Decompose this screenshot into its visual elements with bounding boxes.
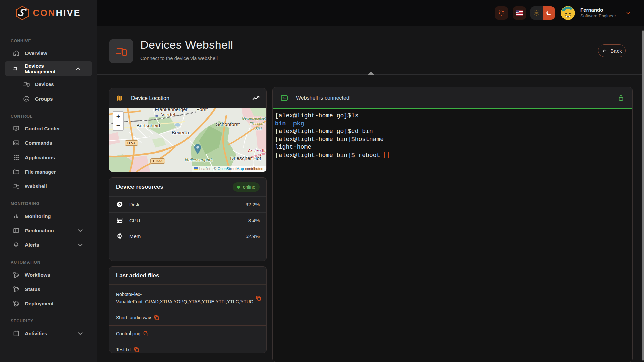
last-added-files-title: Last added files [116,272,159,279]
home-icon [13,50,20,57]
resource-value: 92.2% [245,202,260,207]
map-marker-icon[interactable] [193,144,202,156]
zoom-out-button[interactable]: − [113,121,123,130]
calendar-icon [13,330,20,337]
workflow-icon [13,300,20,307]
sidebar-item-activities[interactable]: Activities [0,326,97,341]
status-badge-label: online [243,184,255,190]
back-button[interactable]: Back [598,44,626,57]
sidebar-item-label: Webshell [25,183,47,189]
arrow-left-icon [602,48,607,54]
logo[interactable]: CONHIVE [0,0,97,26]
resource-label: CPU [129,218,140,223]
chevron-down-icon [77,227,84,234]
avatar[interactable] [561,6,575,20]
section-label-security: SECURITY [11,319,97,323]
page-icon-tile [109,39,133,63]
theme-toggle[interactable] [530,6,555,20]
sidebar-item-label: Status [25,286,40,292]
terminal-cursor [384,152,389,158]
file-name: Control.png [116,330,140,337]
user-name: Fernando [580,7,616,13]
sidebar-item-file-manager[interactable]: File manager [0,165,97,179]
device-location-card: Device Location [109,88,267,172]
file-name: RobotoFlex-VariableFont_GRAD,XTRA,YOPQ,Y… [116,291,253,306]
devices-icon [13,65,20,72]
file-name: Test.txt [116,346,131,353]
sidebar-item-deployment[interactable]: Deployment [0,296,97,311]
file-item: Test.txt [109,342,266,353]
leaflet-link[interactable]: Leaflet [199,167,210,171]
sidebar-item-webshell[interactable]: Webshell [0,179,97,193]
copy-icon[interactable] [255,295,262,301]
file-name: Short_audio.wav [116,314,151,321]
disk-icon [116,201,123,208]
user-menu[interactable]: Fernando Software Engineer [580,7,616,19]
sidebar-item-workflows[interactable]: Workflows [0,267,97,282]
monitor-down-icon [13,125,20,132]
map[interactable]: FrankenbergerViertelForstBurtscheidSchön… [109,108,266,172]
page-title: Devices Webshell [140,38,233,51]
sidebar-item-label: Workflows [25,272,50,278]
brand-name: CONHIVE [33,8,81,18]
sidebar-item-control-center[interactable]: Control Center [0,121,97,136]
resource-value: 52.9% [245,233,260,239]
dark-mode-button[interactable] [543,6,555,20]
status-badge: online [233,182,260,192]
terminal[interactable]: [alex@light-home go]$lsbin pkg[alex@ligh… [273,108,632,362]
sidebar-item-devices-management[interactable]: Devices Management [5,61,92,76]
groups-icon [23,95,30,102]
sidebar-item-status[interactable]: Status [0,282,97,296]
osm-link[interactable]: OpenStreetMap [218,167,244,171]
sidebar-item-alerts[interactable]: Alerts [0,238,97,252]
sun-icon [533,9,540,16]
sidebar-item-geolocation[interactable]: Geolocation [0,223,97,238]
conhive-logo-icon [16,6,29,20]
zoom-in-button[interactable]: + [113,112,123,121]
collapse-handle-icon[interactable] [368,71,374,75]
sidebar-item-label: Commands [25,140,52,146]
server-icon [116,217,123,224]
section-label-control: CONTROL [11,114,97,119]
folder-icon [13,168,20,175]
language-button[interactable] [513,6,526,20]
page-subtitle: Connect to the device via webshell [140,55,218,61]
us-flag-icon [516,10,523,16]
sidebar-item-label: Overview [25,50,47,56]
sidebar-item-label: Deployment [25,301,54,306]
chip-icon [116,232,123,240]
devices-icon [23,81,30,88]
terminal-line: bin pkg [275,120,630,128]
devices-icon [13,183,20,190]
sidebar: CONHIVE CONHIVEOverviewDevices Managemen… [0,0,97,362]
sidebar-item-devices[interactable]: Devices [0,77,97,92]
scrollbar[interactable] [642,30,644,361]
sidebar-item-groups[interactable]: Groups [0,92,97,106]
copy-icon[interactable] [143,330,149,337]
resource-row-mem: Mem52.9% [109,228,266,244]
webshell-status-text: Webshell is connected [296,95,350,101]
online-dot-icon [237,186,240,189]
sidebar-item-applications[interactable]: Applications [0,150,97,165]
light-mode-button[interactable] [530,6,543,20]
workflow-icon [13,271,20,278]
terminal-line: [alex@light-home go]$cd bin [275,128,630,136]
terminal-line: [alex@light-home bin]$hostname [275,136,630,144]
sidebar-item-commands[interactable]: Commands [0,136,97,150]
device-location-header: Device Location [109,88,266,108]
copy-icon[interactable] [133,346,140,353]
sidebar-item-overview[interactable]: Overview [0,46,97,60]
user-menu-chevron-icon[interactable] [625,10,631,16]
back-label: Back [610,48,622,54]
grid-icon [13,154,20,161]
trend-line-icon[interactable] [252,94,260,102]
sidebar-item-label: Devices [35,81,54,87]
sidebar-item-monitoring[interactable]: Monitoring [0,209,97,223]
sidebar-item-label: Alerts [25,242,39,248]
copy-icon[interactable] [153,314,160,321]
section-label-conhive: CONHIVE [11,39,97,43]
sidebar-item-label: Geolocation [25,228,54,233]
map-zoom-control: + − [113,111,124,131]
notifications-button[interactable] [495,6,508,20]
bell-icon [13,241,20,248]
